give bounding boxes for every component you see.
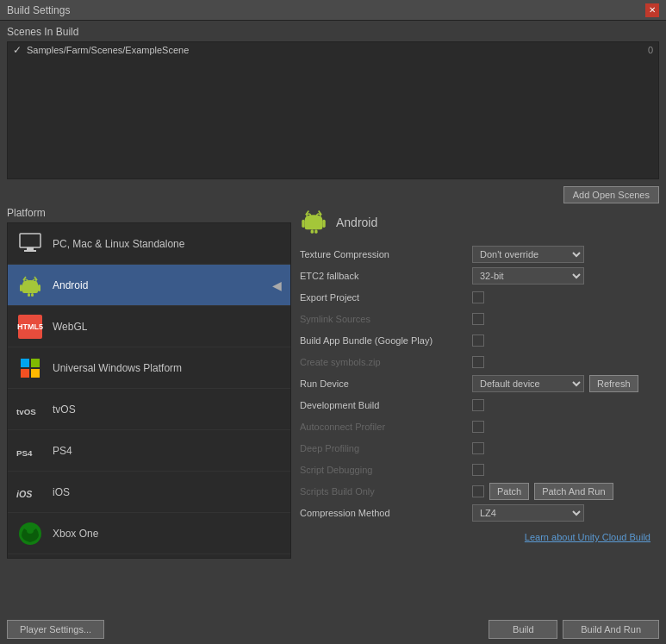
settings-row-dev-build: Development Build [300,397,650,414]
platform-name-android: Android [53,279,88,291]
value-etc2-fallback: 32-bit16-bit [472,267,650,284]
value-symlink-sources [472,313,650,325]
platform-name-uwp: Universal Windows Platform [53,362,182,374]
checkbox-symlink-sources[interactable] [472,313,484,325]
svg-rect-11 [21,359,29,367]
svg-rect-7 [28,293,30,297]
svg-text:iOS: iOS [16,488,32,498]
scene-index: 0 [648,45,653,55]
platform-name-webgl: WebGL [53,321,87,333]
platform-list: PC, Mac & Linux Standalone [7,222,291,559]
settings-row-symlink-sources: Symlink Sources [300,310,650,328]
settings-row-compression: Compression Method Default LZ4 LZ4HC [300,504,650,522]
label-dev-build: Development Build [300,400,472,410]
select-compression[interactable]: Default LZ4 LZ4HC [472,504,584,522]
value-run-device: Default device Refresh [472,375,650,392]
label-export-project: Export Project [300,292,472,303]
settings-row-deep-profiling: Deep Profiling [300,440,650,457]
select-etc2-fallback[interactable]: 32-bit16-bit [472,267,584,284]
svg-rect-0 [20,234,40,247]
platform-settings: Platform PC, Mac & Linux Standalone [0,207,666,569]
value-scripts-build-only: Patch Patch And Run [472,483,650,500]
svg-rect-2 [24,250,36,252]
svg-rect-22 [302,220,304,228]
build-and-run-button[interactable]: Build And Run [563,620,659,639]
platform-name-ps4: PS4 [53,445,72,457]
patch-button[interactable]: Patch [489,483,529,500]
platform-name-tvos: tvOS [53,403,76,416]
build-button[interactable]: Build [489,620,557,639]
platform-item-pc-mac-linux[interactable]: PC, Mac & Linux Standalone [8,223,290,265]
title-bar: Build Settings ✕ [0,0,666,21]
ps4-icon: PS4 [16,437,44,465]
label-compression: Compression Method [300,508,472,518]
build-buttons-group: Build Build And Run [489,620,659,639]
platform-item-ios[interactable]: iOS iOS [8,472,290,513]
select-texture-compression[interactable]: Don't override ETCETC2ASTC [472,246,584,263]
label-etc2-fallback: ETC2 fallback [300,271,472,281]
add-open-scenes-row: Add Open Scenes [0,183,666,207]
svg-rect-24 [311,229,314,234]
platform-item-ps4[interactable]: PS4 PS4 [8,430,290,472]
checkbox-export-project[interactable] [472,291,484,303]
scenes-list: ✓ Samples/Farm/Scenes/ExampleScene 0 [7,41,659,179]
svg-rect-23 [322,220,325,228]
platform-item-tvos[interactable]: tvOS tvOS [8,389,290,430]
monitor-icon [16,230,44,258]
patch-and-run-button[interactable]: Patch And Run [534,483,613,500]
uwp-icon [16,354,44,382]
checkbox-scripts-build-only[interactable] [472,485,484,497]
platform-item-uwp[interactable]: Universal Windows Platform [8,347,290,389]
platform-label: Platform [7,207,291,219]
checkbox-script-debugging[interactable] [472,464,484,476]
label-build-app-bundle: Build App Bundle (Google Play) [300,335,472,346]
checkbox-deep-profiling[interactable] [472,442,484,454]
close-button[interactable]: ✕ [645,3,659,17]
platform-item-xbox[interactable]: Xbox One [8,513,290,554]
value-export-project [472,291,650,303]
label-deep-profiling: Deep Profiling [300,443,472,453]
android-active-arrow: ◀ [272,278,282,292]
checkbox-create-symbols[interactable] [472,356,484,368]
settings-row-autoconnect: Autoconnect Profiler [300,418,650,435]
checkbox-build-app-bundle[interactable] [472,335,484,347]
settings-row-run-device: Run Device Default device Refresh [300,375,650,392]
scenes-section: Scenes In Build ✓ Samples/Farm/Scenes/Ex… [0,21,666,183]
add-open-scenes-button[interactable]: Add Open Scenes [563,186,659,203]
settings-row-create-symbols: Create symbols.zip [300,353,650,371]
svg-rect-12 [31,359,40,367]
refresh-button[interactable]: Refresh [589,375,638,392]
player-settings-button[interactable]: Player Settings... [7,620,104,639]
select-run-device[interactable]: Default device [472,375,584,392]
settings-row-texture-compression: Texture Compression Don't override ETCET… [300,246,650,263]
scene-name: Samples/Farm/Scenes/ExampleScene [27,45,648,55]
value-dev-build [472,399,650,411]
ios-icon: iOS [16,478,44,506]
value-create-symbols [472,356,650,368]
cloud-build-link[interactable]: Learn about Unity Cloud Build [525,532,650,542]
value-script-debugging [472,464,650,476]
scene-row[interactable]: ✓ Samples/Farm/Scenes/ExampleScene 0 [8,42,658,58]
scene-check-icon: ✓ [13,44,22,56]
value-deep-profiling [472,442,650,454]
settings-android-icon [300,207,327,237]
settings-row-etc2: ETC2 fallback 32-bit16-bit [300,267,650,284]
value-build-app-bundle [472,335,650,347]
value-autoconnect [472,421,650,433]
settings-row-build-app-bundle: Build App Bundle (Google Play) [300,332,650,349]
settings-panel: Android Texture Compression Don't overri… [291,207,659,569]
checkbox-autoconnect[interactable] [472,421,484,433]
svg-rect-14 [31,369,40,378]
platform-item-webgl[interactable]: HTML5 WebGL [8,306,290,347]
platform-name-ios: iOS [53,486,70,498]
svg-rect-8 [31,293,34,297]
android-icon [16,272,44,299]
platform-name-pc: PC, Mac & Linux Standalone [53,238,184,250]
platform-item-android[interactable]: Android ◀ [8,265,290,306]
label-autoconnect: Autoconnect Profiler [300,422,472,432]
settings-header: Android [300,207,650,237]
label-create-symbols: Create symbols.zip [300,357,472,367]
svg-rect-5 [20,284,22,291]
settings-row-script-debugging: Script Debugging [300,461,650,478]
checkbox-dev-build[interactable] [472,399,484,411]
